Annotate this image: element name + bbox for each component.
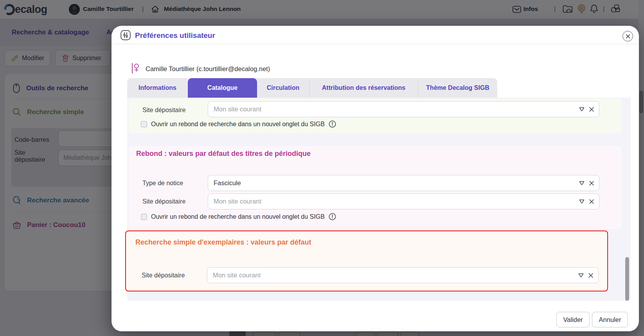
tab-circulation[interactable]: Circulation	[257, 78, 309, 98]
user-preferences-modal: Préférences utilisateur Camille Tourtill…	[112, 26, 639, 331]
dropdown-icon[interactable]	[579, 180, 585, 186]
tab-theme-decalog-sigb[interactable]: Thème Decalog SIGB	[418, 78, 497, 98]
modal-tabs: Informations Catalogue Circulation Attri…	[127, 78, 497, 98]
site-field[interactable]	[208, 193, 599, 209]
modal-scrollbar-thumb[interactable]	[625, 257, 629, 301]
cancel-button[interactable]: Annuler	[592, 312, 628, 327]
site-input[interactable]	[207, 267, 599, 283]
tab-attribution-reservations[interactable]: Attribution des réservations	[309, 78, 418, 98]
section-title: Rebond : valeurs par défaut des titres d…	[136, 150, 311, 158]
site-label: Site dépositaire	[142, 272, 185, 279]
open-new-tab-label: Ouvrir un rebond de recherche dans un no…	[151, 213, 325, 220]
site-input[interactable]	[208, 193, 599, 209]
open-new-tab-label: Ouvrir un rebond de recherche dans un no…	[151, 121, 325, 128]
tab-informations[interactable]: Informations	[127, 78, 188, 98]
site-label: Site dépositaire	[142, 198, 185, 205]
open-new-tab-row: Ouvrir un rebond de recherche dans un no…	[141, 213, 336, 220]
open-new-tab-row: Ouvrir un rebond de recherche dans un no…	[141, 120, 336, 128]
info-icon[interactable]	[329, 213, 336, 220]
preferences-sliders-icon	[121, 30, 131, 40]
section-title: Recherche simple d'exemplaires : valeurs…	[135, 238, 311, 247]
info-icon[interactable]	[329, 120, 336, 128]
dropdown-icon[interactable]	[579, 106, 585, 113]
notice-type-input[interactable]	[208, 175, 599, 191]
notice-type-field[interactable]	[208, 175, 599, 191]
dropdown-icon[interactable]	[578, 272, 584, 279]
clear-icon[interactable]	[589, 181, 594, 186]
female-gender-icon	[131, 63, 140, 74]
clear-icon[interactable]	[588, 273, 594, 278]
open-new-tab-checkbox[interactable]	[141, 214, 147, 220]
screen: ecalog Camille Tourtillier | Médiathèque…	[0, 0, 644, 336]
site-input[interactable]	[208, 101, 599, 117]
validate-button[interactable]: Valider	[556, 312, 590, 327]
divider	[112, 44, 639, 44]
section-simple-copy-search: Recherche simple d'exemplaires : valeurs…	[125, 231, 608, 291]
site-field[interactable]	[207, 267, 599, 283]
modal-user-identity: Camille Tourtillier (c.tourtillier@decal…	[146, 65, 270, 73]
dropdown-icon[interactable]	[579, 198, 585, 205]
modal-scroll-area: Site dépositaire Ouvrir un rebond de	[127, 98, 631, 301]
open-new-tab-checkbox[interactable]	[141, 121, 147, 127]
notice-type-label: Type de notice	[142, 180, 183, 187]
close-icon[interactable]	[622, 31, 633, 41]
tab-catalogue[interactable]: Catalogue	[188, 78, 257, 98]
modal-title: Préférences utilisateur	[135, 31, 215, 40]
site-field[interactable]	[208, 101, 599, 117]
site-label: Site dépositaire	[142, 107, 185, 114]
clear-icon[interactable]	[589, 199, 594, 204]
clear-icon[interactable]	[589, 107, 594, 112]
section-rebound-notice: Site dépositaire Ouvrir un rebond de	[129, 98, 622, 133]
section-rebound-periodical: Rebond : valeurs par défaut des titres d…	[129, 146, 622, 229]
